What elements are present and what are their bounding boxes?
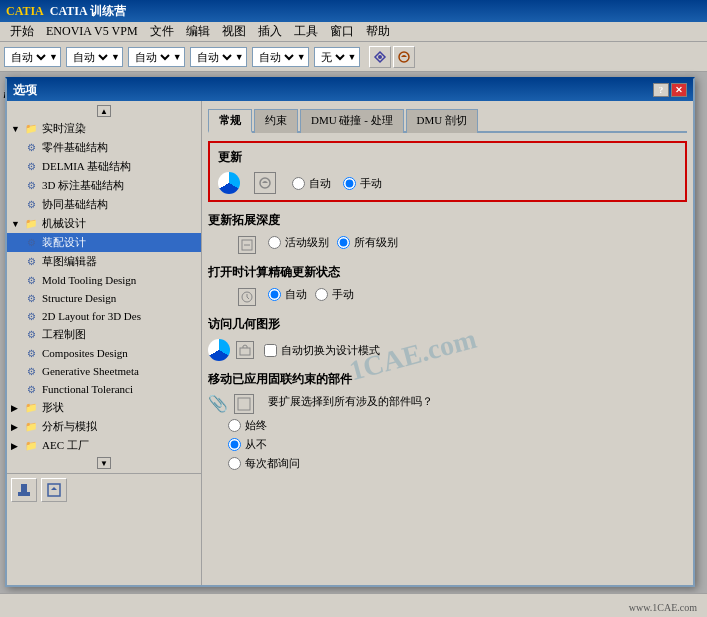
depth-active-radio[interactable]	[268, 236, 281, 249]
svg-rect-3	[21, 484, 27, 492]
menu-help[interactable]: 帮助	[360, 22, 396, 41]
tab-general[interactable]: 常规	[208, 109, 252, 133]
update-auto-label[interactable]: 自动	[292, 176, 331, 191]
toolbar-select-3[interactable]: 自动	[131, 48, 173, 66]
sidebar-item-mold[interactable]: ⚙ Mold Tooling Design	[7, 271, 201, 289]
dialog-close-btn[interactable]: ✕	[671, 83, 687, 97]
move-never-label[interactable]: 从不	[228, 437, 687, 452]
depth-row: 活动级别 所有级别	[238, 235, 687, 254]
sidebar-item-analysis[interactable]: ▶ 📁 分析与模拟	[7, 417, 201, 436]
sidebar-scroll-up[interactable]: ▲	[7, 103, 201, 119]
move-question-label: 要扩展选择到所有涉及的部件吗？	[268, 395, 433, 407]
toolbar-select-4[interactable]: 自动	[193, 48, 235, 66]
sidebar-item-sheetmetal[interactable]: ⚙ Generative Sheetmeta	[7, 362, 201, 380]
sidebar-scroll-down[interactable]: ▼	[7, 455, 201, 471]
scroll-up-arrow[interactable]: ▲	[97, 105, 111, 117]
folder-icon: 📁	[23, 420, 39, 434]
expand-arrow: ▶	[11, 403, 21, 413]
access-geo-checkbox[interactable]	[264, 344, 277, 357]
gear-icon: ⚙	[23, 382, 39, 396]
menu-edit[interactable]: 编辑	[180, 22, 216, 41]
move-ask-radio[interactable]	[228, 457, 241, 470]
update-manual-label[interactable]: 手动	[343, 176, 382, 191]
menu-enovia[interactable]: ENOVIA V5 VPM	[40, 23, 144, 40]
sidebar-item-mechanical[interactable]: ▼ 📁 机械设计	[7, 214, 201, 233]
move-question-text: 要扩展选择到所有涉及的部件吗？	[268, 394, 433, 409]
toolbar-select-5[interactable]: 自动	[255, 48, 297, 66]
gear-icon: ⚙	[23, 328, 39, 342]
sidebar-item-delmia[interactable]: ⚙ DELMIA 基础结构	[7, 157, 201, 176]
scroll-down-arrow[interactable]: ▼	[97, 457, 111, 469]
sidebar-item-collaborate[interactable]: ⚙ 协同基础结构	[7, 195, 201, 214]
depth-all-radio[interactable]	[337, 236, 350, 249]
sidebar-item-assembly[interactable]: ⚙ 装配设计	[7, 233, 201, 252]
toolbar-select-2[interactable]: 自动	[69, 48, 111, 66]
gear-icon: ⚙	[23, 160, 39, 174]
move-never-radio[interactable]	[228, 438, 241, 451]
sidebar-item-shape[interactable]: ▶ 📁 形状	[7, 398, 201, 417]
opentime-auto-radio[interactable]	[268, 288, 281, 301]
menu-bar: 开始 ENOVIA V5 VPM 文件 编辑 视图 插入 工具 窗口 帮助	[0, 22, 707, 42]
sidebar-item-sketch[interactable]: ⚙ 草图编辑器	[7, 252, 201, 271]
opentime-title: 打开时计算精确更新状态	[208, 264, 687, 281]
sidebar-item-structure[interactable]: ⚙ Structure Design	[7, 289, 201, 307]
sidebar-item-aec[interactable]: ▶ 📁 AEC 工厂	[7, 436, 201, 455]
app-title: CATIA 训练营	[50, 3, 126, 20]
move-always-label[interactable]: 始终	[228, 418, 687, 433]
update-auto-radio[interactable]	[292, 177, 305, 190]
sidebar-item-label: DELMIA 基础结构	[42, 159, 131, 174]
toolbar-icon-btn-2[interactable]	[393, 46, 415, 68]
move-ask-label[interactable]: 每次都询问	[228, 456, 687, 471]
toolbar-dropdown-2[interactable]: 自动 ▼	[66, 47, 123, 67]
opentime-auto-label[interactable]: 自动	[268, 287, 307, 302]
sidebar-item-realtime[interactable]: ▼ 📁 实时渲染	[7, 119, 201, 138]
toolbar-icon-btn-1[interactable]	[369, 46, 391, 68]
move-always-radio[interactable]	[228, 419, 241, 432]
sidebar-item-label: Structure Design	[42, 292, 116, 304]
opentime-manual-radio[interactable]	[315, 288, 328, 301]
gear-icon: ⚙	[23, 364, 39, 378]
sidebar-item-label: 零件基础结构	[42, 140, 108, 155]
toolbar-select-6[interactable]: 无	[317, 48, 348, 66]
access-geo-checkbox-text: 自动切换为设计模式	[281, 343, 380, 358]
tab-bar: 常规 约束 DMU 碰撞 - 处理 DMU 剖切	[208, 107, 687, 133]
sidebar-item-toleranci[interactable]: ⚙ Functional Toleranci	[7, 380, 201, 398]
dialog-sidebar: ▲ ▼ 📁 实时渲染 ⚙ 零件基础结构 ⚙ DELMIA 基础结构 ⚙	[7, 101, 202, 585]
toolbar-dropdown-1[interactable]: 自动 ▼	[4, 47, 61, 67]
dialog-overlay: 选项 ? ✕ ▲ ▼ 📁 实时渲染 ⚙	[0, 72, 707, 597]
toolbar-select-1[interactable]: 自动	[7, 48, 49, 66]
tab-dmu-cut[interactable]: DMU 剖切	[406, 109, 478, 133]
sidebar-bottom-btn-2[interactable]	[41, 478, 67, 502]
menu-start[interactable]: 开始	[4, 22, 40, 41]
toolbar-dropdown-3[interactable]: 自动 ▼	[128, 47, 185, 67]
toolbar-dropdown-5[interactable]: 自动 ▼	[252, 47, 309, 67]
menu-view[interactable]: 视图	[216, 22, 252, 41]
sidebar-item-part[interactable]: ⚙ 零件基础结构	[7, 138, 201, 157]
tab-dmu-collision[interactable]: DMU 碰撞 - 处理	[300, 109, 404, 133]
sidebar-item-drafting[interactable]: ⚙ 工程制图	[7, 325, 201, 344]
toolbar-dropdown-6[interactable]: 无 ▼	[314, 47, 360, 67]
sidebar-item-label: Functional Toleranci	[42, 383, 133, 395]
menu-insert[interactable]: 插入	[252, 22, 288, 41]
opentime-manual-label[interactable]: 手动	[315, 287, 354, 302]
menu-file[interactable]: 文件	[144, 22, 180, 41]
sidebar-item-label: 2D Layout for 3D Des	[42, 310, 141, 322]
sidebar-item-composites[interactable]: ⚙ Composites Design	[7, 344, 201, 362]
access-geo-checkbox-label[interactable]: 自动切换为设计模式	[264, 343, 380, 358]
toolbar-dropdown-4[interactable]: 自动 ▼	[190, 47, 247, 67]
expand-arrow: ▼	[11, 124, 21, 134]
sidebar-item-3d-annotation[interactable]: ⚙ 3D 标注基础结构	[7, 176, 201, 195]
sidebar-item-label: 装配设计	[42, 235, 86, 250]
update-manual-radio[interactable]	[343, 177, 356, 190]
depth-active-label[interactable]: 活动级别	[268, 235, 329, 250]
bottom-logo: www.1CAE.com	[629, 602, 697, 613]
gear-icon: ⚙	[23, 255, 39, 269]
sidebar-bottom-btn-1[interactable]	[11, 478, 37, 502]
dialog-help-btn[interactable]: ?	[653, 83, 669, 97]
sidebar-item-label: Generative Sheetmeta	[42, 365, 139, 377]
depth-all-label[interactable]: 所有级别	[337, 235, 398, 250]
menu-tools[interactable]: 工具	[288, 22, 324, 41]
menu-window[interactable]: 窗口	[324, 22, 360, 41]
sidebar-item-2dlayout[interactable]: ⚙ 2D Layout for 3D Des	[7, 307, 201, 325]
tab-constraints[interactable]: 约束	[254, 109, 298, 133]
